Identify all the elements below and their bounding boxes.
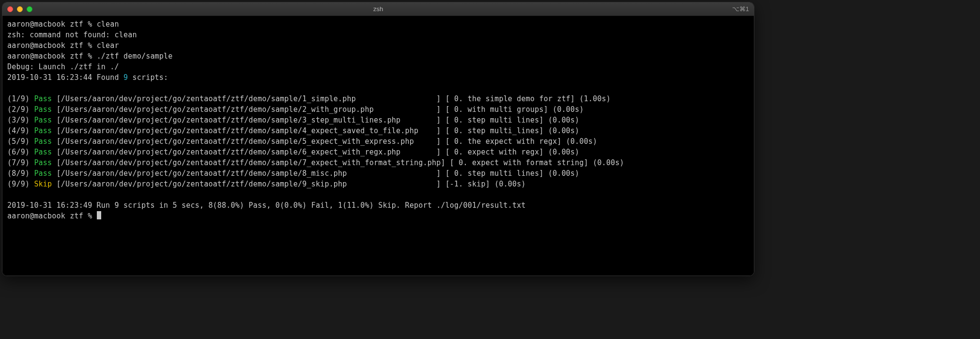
terminal-content[interactable]: aaron@macbook ztf % clean zsh: command n…: [2, 16, 754, 276]
status-label: Skip: [34, 180, 52, 188]
output: zsh: command not found: clean: [7, 31, 137, 39]
terminal-window: zsh ⌥⌘1 aaron@macbook ztf % clean zsh: c…: [2, 2, 754, 276]
cursor-icon: [97, 211, 101, 219]
status-label: Pass: [34, 137, 52, 146]
status-label: Pass: [34, 116, 52, 124]
output: 2019-10-31 16:23:44 Found: [7, 73, 123, 82]
status-label: Pass: [34, 148, 52, 156]
window-title: zsh: [2, 4, 754, 14]
prompt: aaron@macbook ztf %: [7, 212, 97, 220]
status-label: Pass: [34, 105, 52, 114]
output: scripts:: [128, 73, 168, 82]
prompt: aaron@macbook ztf %: [7, 20, 97, 29]
status-label: Pass: [34, 169, 52, 178]
script-count: 9: [123, 73, 128, 82]
prompt: aaron@macbook ztf %: [7, 41, 97, 50]
cmd: ./ztf demo/sample: [97, 52, 173, 61]
cmd: clear: [97, 41, 119, 50]
status-label: Pass: [34, 126, 52, 135]
status-label: Pass: [34, 94, 52, 103]
status-label: Pass: [34, 158, 52, 167]
cmd: clean: [97, 20, 119, 29]
output: Debug: Launch ./ztf in ./: [7, 62, 119, 71]
summary-line: 2019-10-31 16:23:49 Run 9 scripts in 5 s…: [7, 201, 526, 210]
titlebar: zsh ⌥⌘1: [2, 2, 754, 16]
prompt: aaron@macbook ztf %: [7, 52, 97, 61]
